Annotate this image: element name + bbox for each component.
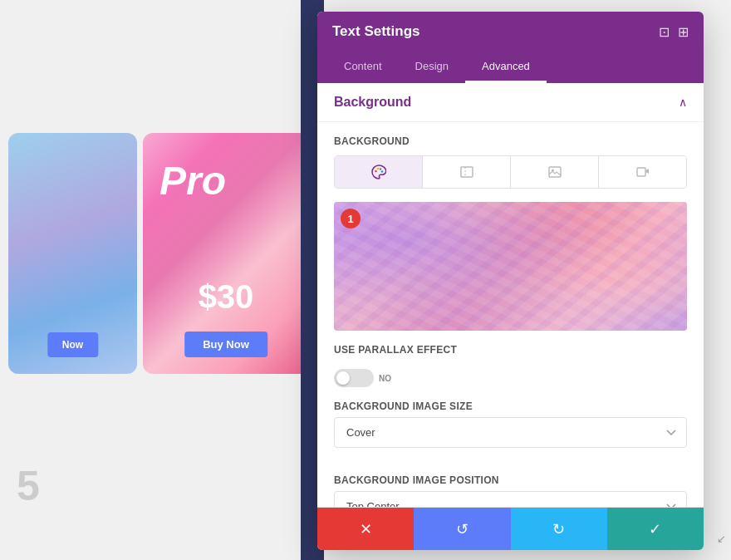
svg-point-3 <box>380 170 382 172</box>
tab-content[interactable]: Content <box>327 52 399 83</box>
section-header: Background ∧ <box>317 83 704 122</box>
section-title: Background <box>334 95 411 110</box>
layout-icon[interactable]: ⊞ <box>678 24 689 40</box>
image-size-label: Background Image Size <box>334 400 687 412</box>
svg-rect-4 <box>461 167 473 177</box>
card-pink: Pro $30 Buy Now <box>143 133 309 374</box>
svg-point-1 <box>376 168 378 169</box>
focus-icon[interactable]: ⊡ <box>659 24 670 40</box>
modal-tabs: Content Design Advanced <box>317 52 704 83</box>
svg-rect-8 <box>637 168 645 176</box>
background-area: Now Pro $30 Buy Now 5 <box>0 0 316 560</box>
card-blue: Now <box>8 133 137 374</box>
pink-card-title: Pro <box>159 158 226 204</box>
modal-header: Text Settings ⊡ ⊞ <box>317 12 704 52</box>
svg-point-2 <box>379 168 380 169</box>
image-position-select[interactable]: Top Left Top Center Top Right Center Lef… <box>334 491 687 507</box>
bg-type-video[interactable] <box>599 156 686 188</box>
bottom-price: 5 <box>17 462 40 510</box>
video-icon <box>635 165 650 179</box>
svg-point-0 <box>375 170 376 172</box>
redo-button[interactable]: ↻ <box>511 508 607 550</box>
modal-body: Background ∧ Background <box>317 83 704 507</box>
modal-footer: ✕ ↺ ↻ ✓ <box>317 507 704 550</box>
bg-type-row <box>334 155 687 189</box>
image-preview-inner <box>334 202 687 331</box>
background-field-label: Background <box>334 135 687 147</box>
parallax-toggle-container: NO <box>334 369 687 387</box>
tab-design[interactable]: Design <box>399 52 465 83</box>
modal-title: Text Settings <box>332 23 419 40</box>
modal-header-icons: ⊡ ⊞ <box>659 24 689 40</box>
section-collapse-icon[interactable]: ∧ <box>679 96 687 109</box>
save-button[interactable]: ✓ <box>607 508 704 550</box>
toggle-track <box>334 369 374 387</box>
svg-rect-6 <box>549 167 561 177</box>
bg-type-image[interactable] <box>511 156 599 188</box>
reset-button[interactable]: ↺ <box>414 508 510 550</box>
parallax-value: NO <box>379 374 391 383</box>
bg-type-color[interactable] <box>335 156 423 188</box>
image-position-label: Background Image Position <box>334 474 687 486</box>
gradient-icon <box>459 165 474 179</box>
image-preview-container: 1 <box>334 202 687 331</box>
blue-buy-button[interactable]: Now <box>47 332 98 357</box>
image-size-block: Background Image Size Cover Contain Auto <box>334 400 687 461</box>
corner-arrow: ↙ <box>717 533 726 545</box>
text-settings-modal: Text Settings ⊡ ⊞ Content Design Advance… <box>317 12 704 550</box>
tab-advanced[interactable]: Advanced <box>465 52 547 83</box>
pink-buy-button[interactable]: Buy Now <box>184 332 267 357</box>
image-size-select[interactable]: Cover Contain Auto <box>334 417 687 448</box>
delete-button[interactable]: ✕ <box>317 508 414 550</box>
paint-icon <box>371 165 386 179</box>
toggle-knob <box>336 371 350 385</box>
image-icon <box>547 165 562 179</box>
image-position-block: Background Image Position Top Left Top C… <box>334 474 687 507</box>
parallax-row: Use Parallax Effect <box>334 344 687 356</box>
pink-card-price: $30 <box>199 278 254 316</box>
section-content: Background <box>317 122 704 507</box>
parallax-toggle[interactable] <box>334 369 374 387</box>
image-preview[interactable] <box>334 202 687 331</box>
image-badge: 1 <box>341 209 361 228</box>
parallax-label: Use Parallax Effect <box>334 344 457 356</box>
bg-type-gradient[interactable] <box>423 156 511 188</box>
